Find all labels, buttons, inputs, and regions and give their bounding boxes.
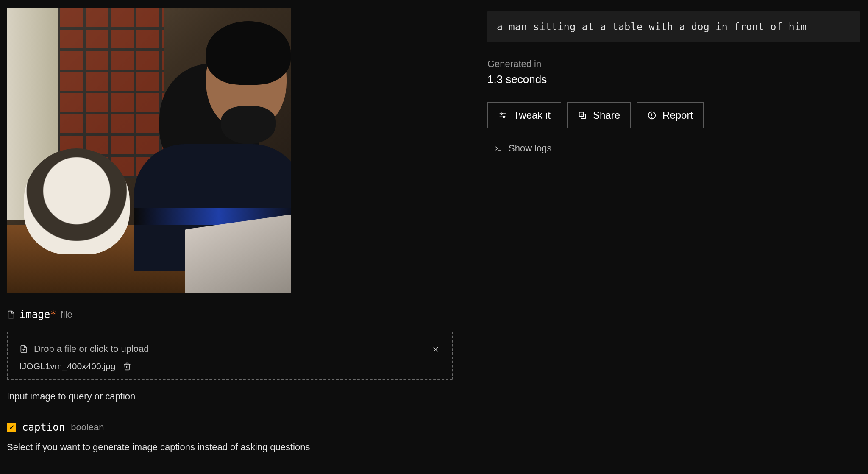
- output-caption-text: a man sitting at a table with a dog in f…: [487, 11, 860, 42]
- generated-in-label: Generated in: [487, 59, 860, 70]
- uploaded-file-row: IJOGL1vm_400x400.jpg: [19, 361, 440, 371]
- trash-icon[interactable]: [123, 362, 131, 371]
- image-field-name: image*: [19, 309, 56, 321]
- show-logs-label: Show logs: [509, 143, 552, 154]
- report-label: Report: [662, 109, 693, 121]
- caption-helper-text: Select if you want to generate image cap…: [7, 442, 463, 453]
- uploaded-filename: IJOGL1vm_400x400.jpg: [19, 361, 115, 371]
- svg-point-11: [652, 117, 652, 117]
- sliders-icon: [498, 111, 507, 120]
- output-actions: Tweak it Share Report: [487, 102, 860, 128]
- svg-point-4: [501, 113, 502, 115]
- image-field-header: image* file: [7, 309, 463, 321]
- share-label: Share: [593, 109, 620, 121]
- dropzone-prompt-row: Drop a file or click to upload: [19, 343, 440, 354]
- image-field-type: file: [61, 309, 72, 320]
- show-logs-button[interactable]: Show logs: [494, 143, 860, 154]
- terminal-icon: [494, 144, 503, 153]
- required-star: *: [50, 309, 56, 321]
- output-panel: a man sitting at a table with a dog in f…: [470, 0, 868, 474]
- image-dropzone[interactable]: Drop a file or click to upload IJOGL1vm_…: [7, 332, 453, 380]
- caption-checkbox[interactable]: ✓: [7, 423, 16, 432]
- dropzone-prompt: Drop a file or click to upload: [34, 343, 149, 354]
- alert-icon: [647, 111, 657, 120]
- share-button[interactable]: Share: [567, 102, 631, 128]
- clear-file-button[interactable]: [431, 345, 440, 354]
- caption-field-header: ✓ caption boolean: [7, 421, 463, 433]
- generated-time: 1.3 seconds: [487, 73, 860, 86]
- tweak-label: Tweak it: [513, 109, 551, 121]
- image-helper-text: Input image to query or caption: [7, 391, 463, 402]
- input-image-preview: [7, 8, 291, 293]
- report-button[interactable]: Report: [637, 102, 704, 128]
- input-panel: image* file Drop a file or click to uplo…: [0, 0, 470, 474]
- caption-field-name: caption: [22, 421, 65, 433]
- tweak-button[interactable]: Tweak it: [487, 102, 561, 128]
- file-icon: [7, 310, 15, 319]
- svg-point-6: [503, 116, 505, 118]
- upload-icon: [19, 345, 28, 353]
- field-name-text: image: [19, 309, 50, 321]
- copy-icon: [578, 111, 587, 120]
- caption-field-type: boolean: [71, 422, 104, 433]
